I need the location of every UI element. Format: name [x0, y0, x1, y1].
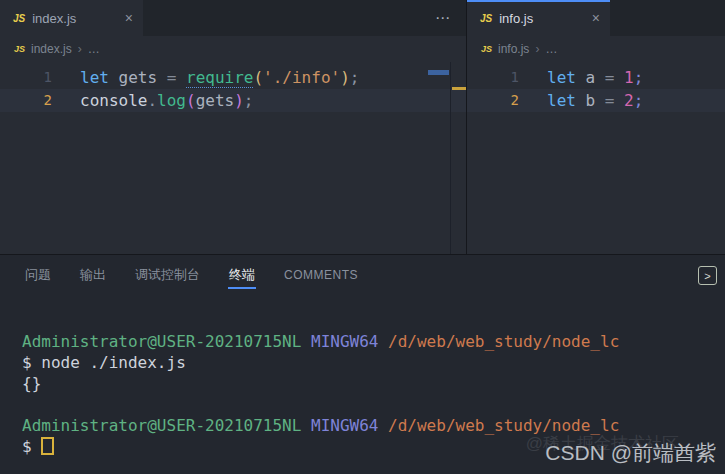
line-number[interactable]: 1	[0, 66, 52, 89]
code-line[interactable]: 2let b = 2;	[467, 89, 725, 112]
more-actions-icon[interactable]: ⋯	[435, 9, 452, 27]
terminal-line: {}	[22, 373, 725, 394]
tab-label: index.js	[32, 11, 76, 26]
chevron-right-icon: ›	[535, 42, 539, 56]
js-file-icon: JS	[13, 13, 25, 24]
line-number[interactable]: 2	[0, 89, 52, 112]
line-number[interactable]: 2	[467, 89, 519, 112]
panel-tab-comments[interactable]: COMMENTS	[284, 255, 358, 295]
panel-tab-problems[interactable]: 问题	[25, 255, 51, 295]
code-text: let b = 2;	[519, 89, 643, 112]
code-text: let gets = require('./info');	[52, 66, 359, 89]
overview-ruler-marker[interactable]	[452, 87, 466, 90]
terminal-cursor	[41, 437, 54, 455]
code-text: let a = 1;	[519, 66, 643, 89]
editor-group-index: JS index.js × ⋯ JS index.js › … 1let get…	[0, 0, 467, 254]
js-file-icon: JS	[480, 13, 492, 24]
editor-area: JS index.js × ⋯ JS index.js › … 1let get…	[0, 0, 725, 255]
tab-info-js[interactable]: JS info.js ×	[467, 0, 610, 36]
chevron-right-icon: ›	[78, 42, 82, 56]
terminal-line: Administrator@USER-20210715NL MINGW64 /d…	[22, 331, 725, 352]
breadcrumb[interactable]: JS info.js › …	[467, 36, 725, 62]
panel-tab-terminal[interactable]: 终端	[229, 255, 255, 295]
watermark-csdn: CSDN @前端酋紫	[545, 439, 716, 467]
minimap-divider	[450, 62, 451, 254]
panel-chevron-right-icon[interactable]: >	[698, 266, 717, 285]
breadcrumb-symbol[interactable]: …	[88, 42, 100, 56]
editor-group-info: JS info.js × JS info.js › … 1let a = 1;2…	[467, 0, 725, 254]
breadcrumb-symbol[interactable]: …	[545, 42, 557, 56]
line-number[interactable]: 1	[467, 66, 519, 89]
code-editor-index[interactable]: 1let gets = require('./info');2console.l…	[0, 62, 466, 112]
tabbar-right: JS info.js ×	[467, 0, 725, 36]
code-text: console.log(gets);	[52, 89, 253, 112]
close-icon[interactable]: ×	[592, 11, 600, 25]
js-file-icon: JS	[14, 44, 25, 54]
breadcrumb-file[interactable]: index.js	[31, 42, 72, 56]
code-line[interactable]: 2console.log(gets);	[0, 89, 466, 112]
panel-tabs: 问题输出调试控制台终端COMMENTS	[0, 255, 725, 295]
terminal-line: $ node ./index.js	[22, 352, 725, 373]
code-line[interactable]: 1let a = 1;	[467, 66, 725, 89]
tabbar-left: JS index.js × ⋯	[0, 0, 466, 36]
breadcrumb[interactable]: JS index.js › …	[0, 36, 466, 62]
terminal-line	[22, 394, 725, 415]
panel-tab-debug-console[interactable]: 调试控制台	[135, 255, 200, 295]
close-icon[interactable]: ×	[125, 11, 133, 25]
code-line[interactable]: 1let gets = require('./info');	[0, 66, 466, 89]
vscode-window: JS index.js × ⋯ JS index.js › … 1let get…	[0, 0, 725, 474]
js-file-icon: JS	[481, 44, 492, 54]
breadcrumb-file[interactable]: info.js	[498, 42, 529, 56]
tab-label: info.js	[499, 11, 533, 26]
panel-tab-output[interactable]: 输出	[80, 255, 106, 295]
code-editor-info[interactable]: 1let a = 1;2let b = 2;	[467, 62, 725, 112]
tab-index-js[interactable]: JS index.js ×	[0, 0, 143, 36]
minimap-line-preview[interactable]	[428, 70, 449, 75]
